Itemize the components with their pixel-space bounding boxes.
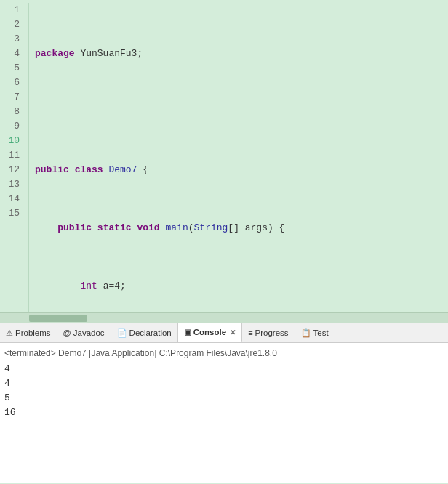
console-line-1: 4	[4, 362, 444, 376]
code-line-5: int a=4;	[35, 279, 448, 294]
editor-scrollbar[interactable]	[0, 312, 448, 323]
tab-bar: ⚠ Problems @ Javadoc 📄 Declaration ▣ Con…	[0, 323, 448, 343]
code-line-4: public static void main(String[] args) {	[35, 221, 448, 235]
console-icon: ▣	[184, 328, 191, 337]
tab-javadoc-label: Javadoc	[73, 328, 105, 337]
tab-problems-label: Problems	[15, 328, 51, 337]
tab-progress[interactable]: ≡ Progress	[242, 323, 295, 342]
tab-declaration-label: Declaration	[129, 328, 172, 337]
code-line-2	[35, 105, 448, 119]
console-area[interactable]: <terminated> Demo7 [Java Application] C:…	[0, 343, 448, 483]
editor-area: 1 2 3 4 5 6 7 8 9 10 11 12 13 14 15 pack…	[0, 0, 448, 312]
code-line-1: package YunSuanFu3;	[35, 47, 448, 61]
tab-javadoc[interactable]: @ Javadoc	[57, 323, 111, 342]
line-numbers: 1 2 3 4 5 6 7 8 9 10 11 12 13 14 15	[0, 3, 29, 312]
tab-console-label: Console	[193, 328, 226, 336]
tab-test[interactable]: 📋 Test	[295, 323, 335, 342]
javadoc-icon: @	[63, 328, 71, 337]
console-output: 4 4 5 16	[4, 362, 444, 420]
console-panel: <terminated> Demo7 [Java Application] C:…	[0, 343, 448, 483]
tab-progress-label: Progress	[255, 328, 289, 337]
tab-test-label: Test	[313, 328, 329, 337]
scrollbar-thumb[interactable]	[29, 315, 87, 322]
problems-icon: ⚠	[6, 328, 13, 338]
tab-declaration[interactable]: 📄 Declaration	[111, 323, 178, 342]
console-close-icon[interactable]: ✕	[230, 328, 236, 336]
console-terminated-text: <terminated> Demo7 [Java Application] C:…	[4, 346, 444, 360]
code-line-3: public class Demo7 {	[35, 163, 448, 177]
progress-icon: ≡	[248, 328, 252, 337]
declaration-icon: 📄	[117, 328, 127, 338]
test-icon: 📋	[301, 328, 311, 338]
tab-console[interactable]: ▣ Console ✕	[178, 323, 242, 342]
console-line-4: 16	[4, 406, 444, 420]
console-line-3: 5	[4, 391, 444, 406]
console-line-2: 4	[4, 376, 444, 391]
code-content[interactable]: package YunSuanFu3; public class Demo7 {…	[29, 3, 448, 312]
tab-problems[interactable]: ⚠ Problems	[0, 323, 57, 342]
